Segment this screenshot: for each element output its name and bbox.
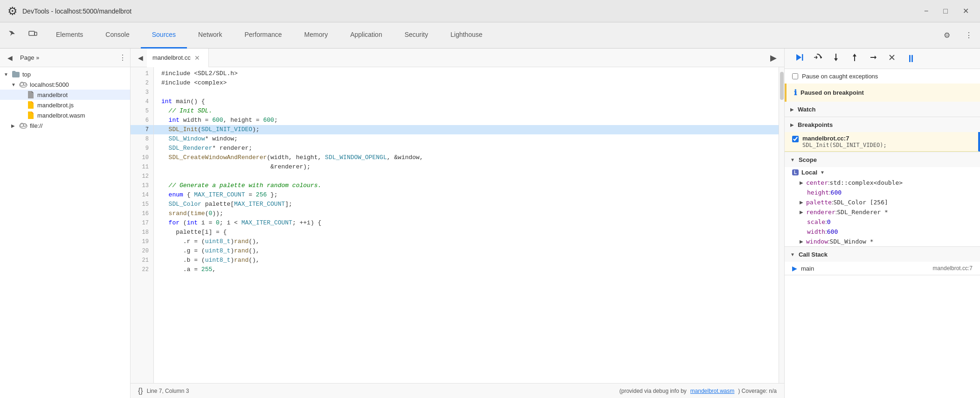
nav-tab-lighthouse[interactable]: Lighthouse [439,22,494,49]
code-line-21: .b = (uint8_t)rand(), [161,256,779,265]
status-position: Line 7, Column 3 [147,388,189,394]
pause-on-exception-button[interactable]: ⏸ [902,51,920,67]
tab-bar-left-controls [4,28,41,43]
scope-item-center[interactable]: ▶center: std::complex<double> [785,178,980,188]
line-number-17[interactable]: 17 [131,218,153,228]
nav-tab-security[interactable]: Security [393,22,440,49]
call-stack-section-header[interactable]: ▼ Call Stack [785,247,980,262]
code-line-18: palette[i] = { [161,228,779,237]
tree-item-localhost-5000[interactable]: ▼localhost:5000 [0,79,130,90]
settings-button[interactable]: ⚙ [940,29,954,42]
line-number-12[interactable]: 12 [131,172,153,181]
step-out-button[interactable] [846,51,863,66]
nav-tab-sources[interactable]: Sources [141,22,187,49]
breakpoints-section-header[interactable]: ▶ Breakpoints [785,117,980,132]
line-number-14[interactable]: 14 [131,190,153,200]
close-button[interactable]: ✕ [959,5,973,17]
scope-item-renderer[interactable]: ▶renderer: SDL_Renderer * [785,207,980,217]
nav-tab-elements[interactable]: Elements [45,22,94,49]
left-panel-menu-icon[interactable]: ⋮ [119,53,126,62]
line-number-7[interactable]: 7 [131,125,153,134]
line-number-20[interactable]: 20 [131,246,153,256]
tree-item-top[interactable]: ▼top [0,69,130,79]
line-number-5[interactable]: 5 [131,106,153,116]
editor-file-tab-mandelbrot[interactable]: mandelbrot.cc ✕ [147,49,209,67]
breakpoint-location: mandelbrot.cc:7 [802,135,887,142]
line-number-19[interactable]: 19 [131,237,153,246]
code-line-8: SDL_Window* window; [161,134,779,144]
nav-tab-application[interactable]: Application [339,22,393,49]
line-number-1[interactable]: 1 [131,69,153,78]
nav-tab-network[interactable]: Network [187,22,233,49]
line-number-8[interactable]: 8 [131,134,153,144]
line-number-22[interactable]: 22 [131,265,153,274]
tree-item-mandelbrot-wasm[interactable]: mandelbrot.wasm [0,110,130,120]
left-panel-header: ◀ Page » ⋮ [0,49,130,67]
step-into-button[interactable] [828,51,844,66]
svg-rect-9 [802,54,803,61]
nav-tab-memory[interactable]: Memory [293,22,339,49]
line-number-15[interactable]: 15 [131,200,153,209]
more-button[interactable]: ⋮ [961,29,976,42]
resume-button[interactable] [790,51,807,66]
scope-section-header[interactable]: ▼ Scope [785,152,980,167]
watch-section-header[interactable]: ▶ Watch [785,102,980,117]
watch-title: Watch [798,106,816,113]
pause-on-caught-checkbox[interactable] [792,73,798,79]
pause-on-caught-label[interactable]: Pause on caught exceptions [802,73,878,80]
status-middle: (provided via debug info by [619,388,686,394]
tree-item-mandelbrot-js[interactable]: mandelbrot.js [0,100,130,110]
line-number-13[interactable]: 13 [131,181,153,190]
line-number-18[interactable]: 18 [131,228,153,237]
scope-item-palette[interactable]: ▶palette: SDL_Color [256] [785,197,980,207]
format-icon[interactable]: {} [138,387,143,395]
tree-item-label: top [22,71,31,78]
device-toolbar-button[interactable] [24,28,41,43]
line-number-16[interactable]: 16 [131,209,153,218]
nav-tab-console[interactable]: Console [94,22,140,49]
line-number-6[interactable]: 6 [131,116,153,125]
tree-item-label: mandelbrot.js [37,102,74,109]
scope-item-window[interactable]: ▶window: SDL_Window * [785,237,980,246]
breakpoint-checkbox[interactable] [792,136,799,142]
call-stack-location: mandelbrot.cc:7 [933,265,973,272]
tree-arrow-icon: ▶ [11,123,19,128]
call-stack-item[interactable]: ▶ main mandelbrot.cc:7 [785,262,980,275]
page-tab[interactable]: Page » [16,52,43,63]
tree-file-icon [26,112,35,119]
svg-marker-16 [875,56,876,59]
maximize-button[interactable]: □ [939,5,952,17]
code-line-7: SDL_Init(SDL_INIT_VIDEO); [154,125,779,134]
tree-item-mandelbrot[interactable]: mandelbrot [0,90,130,100]
line-number-21[interactable]: 21 [131,256,153,265]
line-number-10[interactable]: 10 [131,153,153,162]
breakpoint-banner: ℹ Paused on breakpoint [785,84,980,102]
line-number-11[interactable]: 11 [131,162,153,172]
code-line-15: SDL_Color palette[MAX_ITER_COUNT]; [161,200,779,209]
code-editor[interactable]: 12345678910111213141516171819202122 #inc… [131,67,784,383]
breakpoint-item: mandelbrot.cc:7 SDL_Init(SDL_INIT_VIDEO)… [785,132,980,152]
line-number-9[interactable]: 9 [131,144,153,153]
nav-tab-performance[interactable]: Performance [233,22,293,49]
tree-item-file---[interactable]: ▶file:// [0,120,130,131]
vertical-scrollbar[interactable] [779,67,784,383]
wasm-link[interactable]: mandelbrot.wasm [690,388,735,394]
code-line-1: #include <SDL2/SDL.h> [161,69,779,78]
line-number-4[interactable]: 4 [131,97,153,106]
scrollbar-thumb[interactable] [780,72,784,100]
minimize-button[interactable]: − [920,5,932,17]
breakpoints-arrow-icon: ▶ [790,122,794,127]
line-number-2[interactable]: 2 [131,78,153,88]
left-panel-back-button[interactable]: ◀ [4,52,16,63]
step-over-button[interactable] [809,51,826,66]
breakpoints-title: Breakpoints [798,121,833,128]
editor-tab-close-icon[interactable]: ✕ [193,53,201,63]
line-number-3[interactable]: 3 [131,88,153,97]
editor-back-button[interactable]: ◀ [134,52,147,63]
deactivate-button[interactable] [883,51,900,66]
local-scope-header[interactable]: L Local ▼ [785,167,980,178]
inspect-element-button[interactable] [4,28,21,43]
call-stack-arrow-icon: ▼ [790,252,795,257]
step-button[interactable] [865,51,882,66]
editor-format-button[interactable]: ▶ [766,51,780,65]
